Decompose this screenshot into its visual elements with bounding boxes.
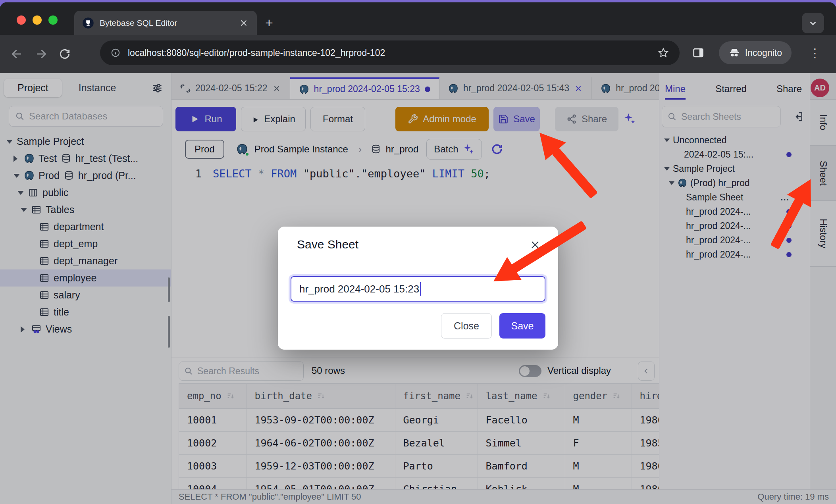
address-bar[interactable]: localhost:8080/sql-editor/prod-sample-in… [100, 40, 680, 65]
dialog-save-button[interactable]: Save [499, 313, 545, 339]
url-text: localhost:8080/sql-editor/prod-sample-in… [128, 48, 650, 58]
dialog-title: Save Sheet [297, 238, 358, 251]
bookmark-star-icon[interactable] [657, 47, 669, 59]
side-panel-icon[interactable] [692, 46, 705, 60]
screenshot-root: Bytebase SQL Editor + [0, 0, 836, 504]
tab-search-button[interactable] [802, 13, 824, 33]
close-window-button[interactable] [17, 15, 26, 25]
browser-tabstrip: Bytebase SQL Editor + [0, 2, 836, 35]
bytebase-favicon-icon [82, 17, 94, 29]
new-tab-button[interactable]: + [265, 17, 273, 29]
incognito-icon [728, 47, 740, 59]
site-info-icon[interactable] [110, 48, 121, 58]
dialog-close-button[interactable]: Close [441, 313, 492, 339]
incognito-label: Incognito [745, 48, 782, 58]
reload-icon[interactable] [58, 47, 71, 61]
browser-tab[interactable]: Bytebase SQL Editor [74, 11, 257, 35]
incognito-badge: Incognito [719, 41, 792, 64]
browser-window: Bytebase SQL Editor + [0, 2, 836, 504]
text-cursor [420, 282, 421, 296]
browser-toolbar: localhost:8080/sql-editor/prod-sample-in… [0, 35, 836, 73]
browser-menu-icon[interactable]: ⋮ [809, 46, 821, 60]
close-tab-icon[interactable] [239, 18, 249, 28]
save-sheet-dialog: Save Sheet hr_prod 2024-02-05 15:23 Clos… [278, 227, 558, 350]
sheet-name-value: hr_prod 2024-02-05 15:23 [299, 283, 419, 295]
forward-icon[interactable] [34, 47, 48, 61]
zoom-window-button[interactable] [48, 15, 58, 25]
window-controls [17, 15, 58, 25]
browser-tab-title: Bytebase SQL Editor [100, 18, 233, 28]
back-icon[interactable] [10, 47, 24, 61]
bytebase-app: Project Instance Sample ProjectTesthr_te… [0, 73, 836, 504]
minimize-window-button[interactable] [33, 15, 42, 25]
